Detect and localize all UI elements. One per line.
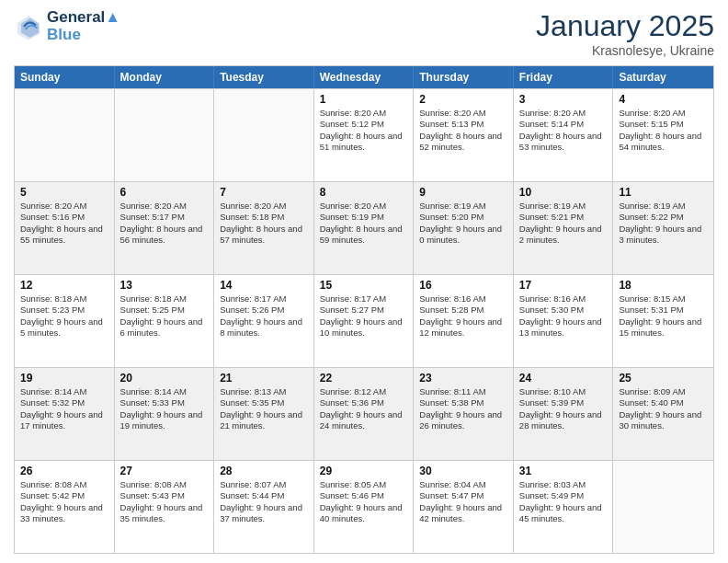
day-number: 1 <box>320 93 408 106</box>
calendar-cell: 7Sunrise: 8:20 AM Sunset: 5:18 PM Daylig… <box>214 182 314 274</box>
calendar-cell <box>613 461 713 553</box>
day-number: 22 <box>320 372 408 385</box>
calendar-body: 1Sunrise: 8:20 AM Sunset: 5:12 PM Daylig… <box>15 88 713 553</box>
calendar-cell: 31Sunrise: 8:03 AM Sunset: 5:49 PM Dayli… <box>514 461 614 553</box>
calendar-row: 19Sunrise: 8:14 AM Sunset: 5:32 PM Dayli… <box>15 367 713 460</box>
cell-text: Sunrise: 8:20 AM Sunset: 5:19 PM Dayligh… <box>320 201 408 246</box>
cell-text: Sunrise: 8:20 AM Sunset: 5:13 PM Dayligh… <box>419 108 507 153</box>
calendar-header: SundayMondayTuesdayWednesdayThursdayFrid… <box>15 66 713 88</box>
day-number: 2 <box>419 93 507 106</box>
calendar-cell: 25Sunrise: 8:09 AM Sunset: 5:40 PM Dayli… <box>613 368 713 460</box>
day-number: 18 <box>619 279 708 292</box>
title-area: January 2025 Krasnolesye, Ukraine <box>536 9 714 58</box>
cell-text: Sunrise: 8:03 AM Sunset: 5:49 PM Dayligh… <box>519 479 608 524</box>
cell-text: Sunrise: 8:19 AM Sunset: 5:22 PM Dayligh… <box>619 201 708 246</box>
calendar-page: General▲ Blue January 2025 Krasnolesye, … <box>0 0 728 563</box>
cell-text: Sunrise: 8:19 AM Sunset: 5:20 PM Dayligh… <box>419 201 507 246</box>
cell-text: Sunrise: 8:04 AM Sunset: 5:47 PM Dayligh… <box>419 479 507 524</box>
cell-text: Sunrise: 8:14 AM Sunset: 5:33 PM Dayligh… <box>120 386 209 431</box>
calendar-cell: 11Sunrise: 8:19 AM Sunset: 5:22 PM Dayli… <box>613 182 713 274</box>
weekday-header: Monday <box>115 66 215 88</box>
day-number: 29 <box>320 465 408 477</box>
cell-text: Sunrise: 8:20 AM Sunset: 5:18 PM Dayligh… <box>220 201 308 246</box>
cell-text: Sunrise: 8:15 AM Sunset: 5:31 PM Dayligh… <box>619 293 708 339</box>
logo-icon <box>14 12 43 41</box>
calendar-cell <box>214 89 314 181</box>
day-number: 17 <box>519 279 608 292</box>
cell-text: Sunrise: 8:20 AM Sunset: 5:17 PM Dayligh… <box>120 201 209 246</box>
weekday-header: Thursday <box>414 66 514 88</box>
calendar: SundayMondayTuesdayWednesdayThursdayFrid… <box>14 65 714 554</box>
cell-text: Sunrise: 8:08 AM Sunset: 5:42 PM Dayligh… <box>20 479 108 524</box>
cell-text: Sunrise: 8:10 AM Sunset: 5:39 PM Dayligh… <box>519 386 608 431</box>
day-number: 7 <box>220 186 308 199</box>
calendar-cell: 28Sunrise: 8:07 AM Sunset: 5:44 PM Dayli… <box>214 461 314 553</box>
cell-text: Sunrise: 8:20 AM Sunset: 5:15 PM Dayligh… <box>619 108 708 153</box>
cell-text: Sunrise: 8:11 AM Sunset: 5:38 PM Dayligh… <box>419 386 507 431</box>
day-number: 14 <box>220 279 308 292</box>
day-number: 9 <box>419 186 507 199</box>
calendar-cell <box>115 89 215 181</box>
cell-text: Sunrise: 8:08 AM Sunset: 5:43 PM Dayligh… <box>120 479 209 524</box>
calendar-row: 12Sunrise: 8:18 AM Sunset: 5:23 PM Dayli… <box>15 274 713 367</box>
calendar-cell: 24Sunrise: 8:10 AM Sunset: 5:39 PM Dayli… <box>514 368 614 460</box>
day-number: 23 <box>419 372 507 385</box>
cell-text: Sunrise: 8:16 AM Sunset: 5:28 PM Dayligh… <box>419 293 507 339</box>
cell-text: Sunrise: 8:20 AM Sunset: 5:12 PM Dayligh… <box>320 108 408 153</box>
weekday-header: Saturday <box>613 66 713 88</box>
calendar-row: 5Sunrise: 8:20 AM Sunset: 5:16 PM Daylig… <box>15 181 713 274</box>
logo-line1: General▲ <box>47 9 120 27</box>
calendar-cell <box>15 89 115 181</box>
calendar-row: 1Sunrise: 8:20 AM Sunset: 5:12 PM Daylig… <box>15 88 713 181</box>
cell-text: Sunrise: 8:07 AM Sunset: 5:44 PM Dayligh… <box>220 479 308 524</box>
calendar-cell: 9Sunrise: 8:19 AM Sunset: 5:20 PM Daylig… <box>414 182 514 274</box>
calendar-cell: 10Sunrise: 8:19 AM Sunset: 5:21 PM Dayli… <box>514 182 614 274</box>
cell-text: Sunrise: 8:14 AM Sunset: 5:32 PM Dayligh… <box>20 386 108 431</box>
calendar-row: 26Sunrise: 8:08 AM Sunset: 5:42 PM Dayli… <box>15 460 713 553</box>
day-number: 3 <box>519 93 608 106</box>
day-number: 5 <box>20 186 108 199</box>
day-number: 21 <box>220 372 308 385</box>
calendar-cell: 26Sunrise: 8:08 AM Sunset: 5:42 PM Dayli… <box>15 461 115 553</box>
cell-text: Sunrise: 8:16 AM Sunset: 5:30 PM Dayligh… <box>519 293 608 339</box>
day-number: 8 <box>320 186 408 199</box>
calendar-cell: 23Sunrise: 8:11 AM Sunset: 5:38 PM Dayli… <box>414 368 514 460</box>
day-number: 25 <box>619 372 708 385</box>
calendar-cell: 4Sunrise: 8:20 AM Sunset: 5:15 PM Daylig… <box>613 89 713 181</box>
calendar-cell: 30Sunrise: 8:04 AM Sunset: 5:47 PM Dayli… <box>414 461 514 553</box>
weekday-header: Tuesday <box>214 66 314 88</box>
day-number: 6 <box>120 186 209 199</box>
day-number: 28 <box>220 465 308 477</box>
cell-text: Sunrise: 8:18 AM Sunset: 5:25 PM Dayligh… <box>120 293 209 339</box>
calendar-cell: 2Sunrise: 8:20 AM Sunset: 5:13 PM Daylig… <box>414 89 514 181</box>
calendar-cell: 27Sunrise: 8:08 AM Sunset: 5:43 PM Dayli… <box>115 461 215 553</box>
day-number: 4 <box>619 93 708 106</box>
cell-text: Sunrise: 8:13 AM Sunset: 5:35 PM Dayligh… <box>220 386 308 431</box>
day-number: 30 <box>419 465 507 477</box>
calendar-cell: 29Sunrise: 8:05 AM Sunset: 5:46 PM Dayli… <box>314 461 415 553</box>
cell-text: Sunrise: 8:20 AM Sunset: 5:14 PM Dayligh… <box>519 108 608 153</box>
month-title: January 2025 <box>536 9 714 43</box>
day-number: 15 <box>320 279 408 292</box>
weekday-header: Wednesday <box>314 66 415 88</box>
calendar-cell: 14Sunrise: 8:17 AM Sunset: 5:26 PM Dayli… <box>214 275 314 367</box>
day-number: 12 <box>20 279 108 292</box>
logo-text-block: General▲ Blue <box>47 9 120 43</box>
calendar-cell: 22Sunrise: 8:12 AM Sunset: 5:36 PM Dayli… <box>314 368 415 460</box>
cell-text: Sunrise: 8:17 AM Sunset: 5:26 PM Dayligh… <box>220 293 308 339</box>
calendar-cell: 18Sunrise: 8:15 AM Sunset: 5:31 PM Dayli… <box>613 275 713 367</box>
calendar-cell: 15Sunrise: 8:17 AM Sunset: 5:27 PM Dayli… <box>314 275 415 367</box>
location: Krasnolesye, Ukraine <box>536 43 714 58</box>
calendar-cell: 16Sunrise: 8:16 AM Sunset: 5:28 PM Dayli… <box>414 275 514 367</box>
day-number: 10 <box>519 186 608 199</box>
cell-text: Sunrise: 8:05 AM Sunset: 5:46 PM Dayligh… <box>320 479 408 524</box>
cell-text: Sunrise: 8:18 AM Sunset: 5:23 PM Dayligh… <box>20 293 108 339</box>
weekday-header: Friday <box>514 66 614 88</box>
calendar-cell: 6Sunrise: 8:20 AM Sunset: 5:17 PM Daylig… <box>115 182 215 274</box>
day-number: 19 <box>20 372 108 385</box>
calendar-cell: 5Sunrise: 8:20 AM Sunset: 5:16 PM Daylig… <box>15 182 115 274</box>
calendar-cell: 8Sunrise: 8:20 AM Sunset: 5:19 PM Daylig… <box>314 182 415 274</box>
day-number: 24 <box>519 372 608 385</box>
calendar-cell: 13Sunrise: 8:18 AM Sunset: 5:25 PM Dayli… <box>115 275 215 367</box>
day-number: 16 <box>419 279 507 292</box>
